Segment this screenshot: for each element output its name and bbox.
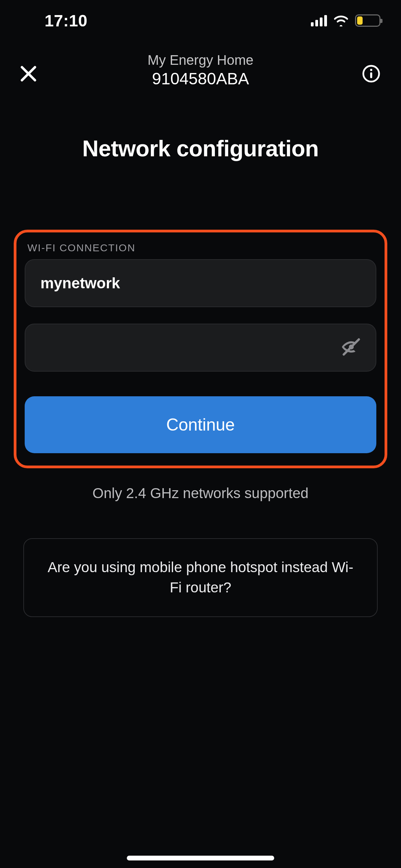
password-input[interactable] — [40, 339, 361, 356]
info-button[interactable] — [362, 64, 380, 84]
continue-button[interactable]: Continue — [25, 396, 376, 453]
wifi-icon — [333, 15, 349, 26]
nav-header: My Energy Home 9104580ABA — [0, 51, 401, 89]
status-time: 17:10 — [45, 11, 87, 30]
wifi-frequency-hint: Only 2.4 GHz networks supported — [0, 485, 401, 502]
nav-subtitle: 9104580ABA — [148, 69, 254, 89]
nav-title: My Energy Home — [148, 51, 254, 69]
close-button[interactable] — [20, 65, 37, 84]
ssid-field[interactable] — [25, 259, 376, 307]
status-indicators — [311, 14, 380, 27]
status-bar: 17:10 — [0, 0, 401, 41]
nav-titles: My Energy Home 9104580ABA — [148, 51, 254, 89]
wifi-connection-card: WI-FI CONNECTION Continue — [14, 230, 387, 468]
password-field[interactable] — [25, 324, 376, 372]
toggle-password-visibility-button[interactable] — [340, 336, 363, 360]
page-heading: Network configuration — [0, 135, 401, 161]
battery-icon — [355, 14, 380, 27]
ssid-input[interactable] — [40, 275, 361, 292]
home-indicator[interactable] — [127, 856, 274, 860]
hotspot-prompt-card[interactable]: Are you using mobile phone hotspot inste… — [23, 538, 378, 617]
wifi-section-label: WI-FI CONNECTION — [27, 242, 376, 254]
cellular-signal-icon — [311, 15, 327, 26]
svg-rect-4 — [370, 72, 372, 78]
svg-point-3 — [370, 69, 372, 71]
